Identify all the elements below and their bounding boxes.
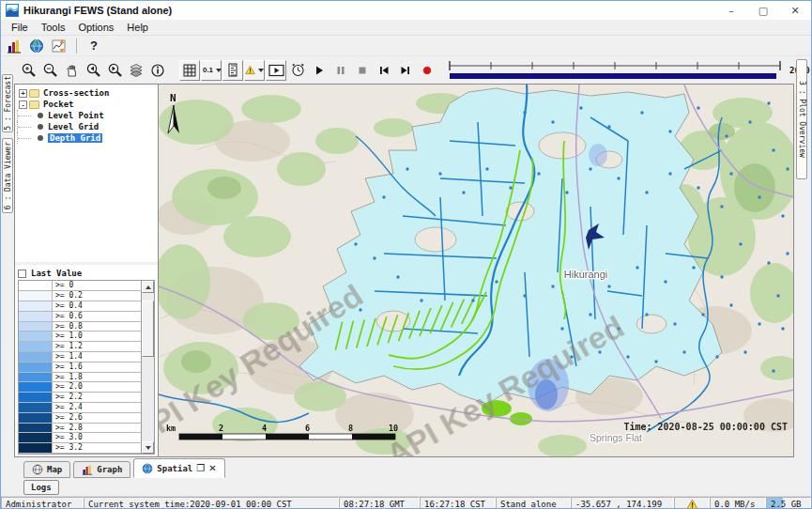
play-button[interactable] — [309, 61, 329, 80]
scroll-up-icon[interactable] — [142, 281, 154, 293]
status-memory: 2.5 GB — [766, 497, 811, 509]
tree-node-level-point[interactable]: Level Point — [17, 110, 158, 121]
legend-row[interactable]: >= 2.4 — [19, 403, 141, 413]
svg-text:4: 4 — [262, 424, 267, 433]
zoom-in-button[interactable] — [18, 61, 38, 80]
map-view[interactable]: API Key Required API Key Required Hikura… — [159, 84, 794, 457]
legend-row[interactable]: >= 0.2 — [19, 291, 141, 301]
tab-plot-overview[interactable]: 3 : Plot Overview — [796, 59, 807, 179]
zoom-out-icon — [42, 62, 58, 78]
time-settings-button[interactable] — [287, 61, 308, 80]
legend-row[interactable]: >= 1.8 — [19, 373, 141, 383]
bar-chart-icon — [7, 39, 22, 54]
tree-node-label[interactable]: Cross-section — [43, 88, 109, 98]
svg-text:N: N — [170, 92, 176, 104]
thresholds-dropdown[interactable] — [244, 60, 265, 81]
legend-row-label: >= 2.6 — [53, 413, 141, 423]
tab-map[interactable]: Map — [23, 461, 70, 478]
legend-row[interactable]: >= 1.0 — [19, 332, 141, 342]
legend-row[interactable]: >= 2.6 — [19, 413, 141, 424]
logs-button[interactable]: Logs — [23, 480, 59, 495]
tree-node-cross-section[interactable]: + Cross-section — [17, 87, 158, 99]
tab-spatial[interactable]: Spatial ❐ ✕ — [133, 458, 224, 478]
folder-icon — [29, 89, 39, 98]
zoom-out-button[interactable] — [39, 61, 60, 80]
legend-row[interactable]: >= 0.8 — [19, 322, 141, 332]
time-span-bar[interactable] — [450, 73, 776, 79]
tree-node-level-grid[interactable]: Level Grid — [17, 121, 158, 132]
menu-tools[interactable]: Tools — [35, 21, 72, 34]
menu-help[interactable]: Help — [120, 21, 155, 34]
timeseries-dialog-button[interactable] — [49, 37, 69, 55]
legend-row[interactable]: >= 2.8 — [19, 424, 141, 434]
folder-icon — [29, 100, 39, 109]
legend-row-label: >= 1.2 — [53, 342, 141, 351]
tab-forecast[interactable]: 5 : Forecast — [2, 74, 13, 132]
menu-file[interactable]: File — [5, 21, 35, 34]
legend-row[interactable]: >= 1.4 — [19, 352, 141, 362]
point-size-dropdown[interactable]: 0.1 — [201, 60, 222, 81]
legend-panel: Last Value >= 0>= 0.2>= 0.4>= 0.6>= 0.8>… — [15, 265, 158, 456]
legend-color-swatch — [19, 373, 53, 382]
tree-node-label[interactable]: Pocket — [43, 100, 74, 109]
tab-spatial-label: Spatial — [157, 464, 192, 473]
explorer-button[interactable] — [4, 37, 24, 55]
legend-row[interactable]: >= 2.2 — [19, 393, 141, 403]
warning-icon — [686, 499, 698, 509]
spatial-display-button[interactable] — [26, 37, 47, 55]
animation-button[interactable] — [266, 60, 286, 81]
legend-color-swatch — [19, 332, 53, 341]
scroll-thumb[interactable] — [142, 301, 154, 357]
grid-display-button[interactable] — [179, 60, 200, 81]
step-back-button[interactable] — [374, 61, 394, 80]
close-button[interactable]: ✕ — [779, 1, 811, 20]
tab-close-icon[interactable]: ✕ — [208, 463, 216, 473]
legend-row[interactable]: >= 2.0 — [19, 382, 141, 393]
pan-button[interactable] — [61, 61, 82, 80]
step-forward-button[interactable] — [395, 61, 416, 80]
stop-button[interactable] — [352, 61, 373, 80]
legend-row[interactable]: >= 0 — [19, 281, 141, 291]
tree-node-pocket[interactable]: - Pocket — [17, 99, 158, 110]
tab-plot-overview-label: 3 : Plot Overview — [798, 81, 806, 158]
menu-options[interactable]: Options — [71, 21, 120, 34]
layers-button[interactable] — [126, 61, 146, 80]
collapse-icon[interactable]: - — [19, 100, 27, 109]
record-button[interactable] — [417, 61, 437, 80]
zoom-next-button[interactable] — [104, 61, 125, 80]
map-canvas[interactable]: API Key Required API Key Required Hikura… — [159, 85, 794, 456]
tree-connector — [17, 110, 38, 121]
tree-node-label[interactable]: Level Grid — [48, 122, 99, 131]
legend-scrollbar[interactable] — [141, 281, 154, 454]
tree-node-depth-grid[interactable]: Depth Grid — [17, 132, 158, 144]
time-slider[interactable] — [446, 59, 784, 82]
legend-row[interactable]: >= 1.6 — [19, 362, 141, 373]
tree-node-label-selected[interactable]: Depth Grid — [48, 133, 102, 143]
last-value-checkbox[interactable] — [18, 270, 26, 278]
expand-icon[interactable]: + — [19, 89, 27, 98]
legend-row[interactable]: >= 3.2 — [19, 443, 141, 454]
legend-row[interactable]: >= 1.2 — [19, 342, 141, 352]
legend-color-swatch — [19, 413, 53, 423]
info-icon — [150, 63, 165, 78]
scale-bar-button[interactable] — [222, 60, 243, 81]
legend-row[interactable]: >= 0.4 — [19, 301, 141, 312]
pause-button[interactable] — [330, 61, 351, 80]
tab-maximize-icon[interactable]: ❐ — [196, 463, 205, 473]
layer-bullet-icon — [38, 124, 43, 130]
minimize-button[interactable]: – — [715, 1, 747, 20]
status-warning[interactable] — [674, 497, 710, 509]
maximize-button[interactable]: ▢ — [747, 1, 779, 20]
legend-row[interactable]: >= 0.6 — [19, 312, 141, 322]
legend-color-swatch — [19, 424, 53, 433]
data-viewer-panel: + Cross-section - Pocket Level Point — [14, 84, 159, 457]
zoom-previous-button[interactable] — [83, 61, 103, 80]
scroll-down-icon[interactable] — [142, 441, 154, 454]
tab-data-viewer[interactable]: 6 : Data Viewer — [2, 138, 13, 213]
tab-graph[interactable]: Graph — [73, 461, 130, 478]
tree-node-label[interactable]: Level Point — [48, 111, 104, 120]
legend-row[interactable]: >= 3.0 — [19, 433, 141, 443]
help-button[interactable]: ? — [84, 37, 104, 55]
info-button[interactable] — [147, 61, 168, 80]
map-time-label: Time: 2020-08-25 00:00:00 CST — [623, 422, 788, 432]
